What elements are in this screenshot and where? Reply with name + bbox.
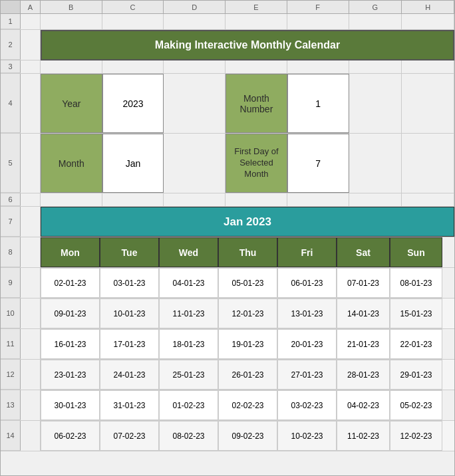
col-b: B	[41, 1, 102, 13]
cal-row1-col2: 11-01-23	[159, 298, 218, 328]
first-day-label-cell: First Day of Selected Month	[226, 134, 287, 193]
cell-3c	[102, 60, 164, 73]
cell-2a	[21, 30, 41, 60]
cal-row0-col6: 08-01-23	[390, 268, 442, 298]
cell-3e	[226, 60, 287, 73]
cal-row1-col5: 14-01-23	[337, 298, 390, 328]
cal-row2-col4: 20-01-23	[277, 329, 337, 359]
month-number-label: Month Number	[229, 93, 284, 114]
col-f: F	[287, 1, 349, 13]
rownum-3: 3	[1, 60, 21, 73]
year-label-cell: Year	[41, 74, 102, 133]
cal-row5-col1: 07-02-23	[100, 421, 159, 451]
column-headers: A B C D E F G H	[1, 1, 454, 14]
cal-row0-col2: 04-01-23	[159, 268, 218, 298]
cal-row1-col4: 13-01-23	[277, 298, 337, 328]
cell-6h	[402, 193, 454, 206]
row-4: 4 Year 2023 Month Number 1	[1, 74, 454, 134]
cell-6d	[164, 193, 226, 206]
cell-1b	[41, 14, 102, 29]
cell-6g	[349, 193, 402, 206]
cell-7a	[21, 207, 41, 237]
cal-row5-col5: 11-02-23	[337, 421, 390, 451]
day-wed: Wed	[159, 237, 218, 267]
cell-5g	[349, 134, 402, 193]
rownum-6: 6	[1, 193, 21, 206]
cell-1e	[226, 14, 287, 29]
cal-row3-col5: 28-01-23	[337, 360, 390, 390]
row-7: 7 Jan 2023	[1, 207, 454, 237]
cal-row4-col5: 04-02-23	[337, 390, 390, 420]
cell-6b	[41, 193, 102, 206]
rownum-5: 5	[1, 134, 21, 193]
month-number-label-cell: Month Number	[226, 74, 287, 133]
cell-3b	[41, 60, 102, 73]
cal-row4-col3: 02-02-23	[218, 390, 277, 420]
month-value-cell[interactable]: Jan	[102, 134, 164, 193]
row-5: 5 Month Jan First Day of Selected Month …	[1, 134, 454, 193]
day-tue: Tue	[100, 237, 159, 267]
cell-3d	[164, 60, 226, 73]
cal-row5-col6: 12-02-23	[390, 421, 442, 451]
rownum-9: 9	[1, 268, 21, 298]
cal-row4-col6: 05-02-23	[390, 390, 442, 420]
cal-row1-col3: 12-01-23	[218, 298, 277, 328]
month-number-value: 1	[315, 98, 321, 109]
cal-row5-col0: 06-02-23	[41, 421, 100, 451]
cal-row5-col3: 09-02-23	[218, 421, 277, 451]
cell-10a	[21, 298, 41, 328]
cell-8a	[21, 237, 41, 267]
cal-row2-col2: 18-01-23	[159, 329, 218, 359]
cal-row3-col6: 29-01-23	[390, 360, 442, 390]
cal-row3-col0: 23-01-23	[41, 360, 100, 390]
cell-14a	[21, 421, 41, 451]
cal-row0-col3: 05-01-23	[218, 268, 277, 298]
year-value-cell[interactable]: 2023	[102, 74, 164, 133]
row-9: 9 02-01-23 03-01-23 04-01-23 05-01-23 06…	[1, 268, 454, 298]
cal-row3-col2: 25-01-23	[159, 360, 218, 390]
cal-row5-col4: 10-02-23	[277, 421, 337, 451]
first-day-value-cell[interactable]: 7	[287, 134, 349, 193]
cal-row1-col0: 09-01-23	[41, 298, 100, 328]
cell-1f	[287, 14, 349, 29]
month-value: Jan	[126, 158, 141, 169]
cell-5h	[402, 134, 454, 193]
title-cell: Making Interactive Monthly Calendar	[41, 30, 454, 60]
cal-row0-col5: 07-01-23	[337, 268, 390, 298]
cal-row2-col6: 22-01-23	[390, 329, 442, 359]
row-14: 14 06-02-23 07-02-23 08-02-23 09-02-23 1…	[1, 421, 454, 451]
row-8: 8 Mon Tue Wed Thu Fri Sat Sun	[1, 237, 454, 268]
cell-4a	[21, 74, 41, 133]
cell-1g	[349, 14, 402, 29]
year-label: Year	[62, 98, 80, 109]
cal-row4-col0: 30-01-23	[41, 390, 100, 420]
cell-3h	[402, 60, 454, 73]
row-3: 3	[1, 60, 454, 74]
rownum-13: 13	[1, 390, 21, 420]
cal-row3-col3: 26-01-23	[218, 360, 277, 390]
rownum-1: 1	[1, 14, 21, 29]
cell-9a	[21, 268, 41, 298]
rownum-4: 4	[1, 74, 21, 133]
month-label: Month	[59, 158, 84, 169]
cal-row1-col6: 15-01-23	[390, 298, 442, 328]
cal-row3-col1: 24-01-23	[100, 360, 159, 390]
col-g: G	[349, 1, 402, 13]
corner-cell	[1, 1, 21, 13]
rownum-8: 8	[1, 237, 21, 267]
cell-3a	[21, 60, 41, 73]
col-c: C	[102, 1, 164, 13]
spreadsheet: A B C D E F G H 1 2 Making Interactive M…	[0, 0, 455, 476]
cal-row1-col1: 10-01-23	[100, 298, 159, 328]
cell-1h	[402, 14, 454, 29]
row-2: 2 Making Interactive Monthly Calendar	[1, 30, 454, 60]
cal-row0-col1: 03-01-23	[100, 268, 159, 298]
cal-row2-col3: 19-01-23	[218, 329, 277, 359]
col-e: E	[226, 1, 287, 13]
calendar-title: Jan 2023	[224, 215, 271, 229]
cell-12a	[21, 360, 41, 390]
month-number-value-cell[interactable]: 1	[287, 74, 349, 133]
first-day-value: 7	[315, 158, 321, 169]
col-a: A	[21, 1, 41, 13]
cell-6e	[226, 193, 287, 206]
